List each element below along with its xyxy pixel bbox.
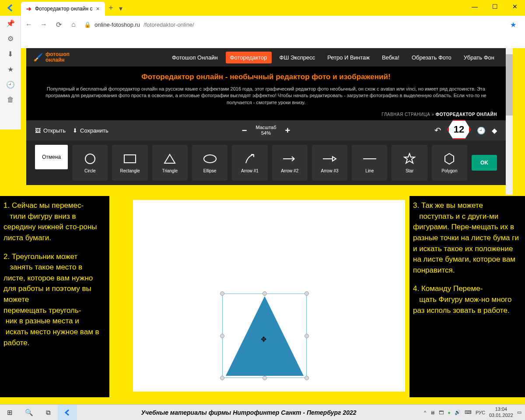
breadcrumb-sep: » (431, 112, 434, 117)
badge-number: 12 (454, 124, 464, 135)
nav-webcam[interactable]: Вебка! (378, 52, 404, 63)
new-tab-button[interactable]: + (105, 4, 117, 13)
site-nav: Фотошоп Онлайн Фоторедактор ФШ Экспресс … (168, 52, 499, 63)
shape-arrow1[interactable]: Arrow #1 (232, 145, 267, 181)
selection-handle[interactable] (262, 376, 267, 380)
shape-circle[interactable]: Circle (72, 145, 108, 181)
clock-date: 03.01.2022 (489, 413, 513, 418)
gear-icon[interactable]: ⚙ (7, 35, 14, 43)
download-icon[interactable]: ⬇ (7, 50, 13, 58)
selection-handle[interactable] (262, 291, 267, 296)
arrow3-icon (322, 153, 337, 165)
image-icon: 🖼 (35, 127, 41, 134)
selection-handle[interactable] (220, 334, 224, 338)
undo-button[interactable]: ↶ (434, 126, 441, 135)
ok-button[interactable]: OK (472, 155, 497, 171)
shape-arrow3[interactable]: Arrow #3 (312, 145, 347, 181)
shape-label: Circle (84, 168, 96, 173)
shape-arrow2[interactable]: Arrow #2 (272, 145, 308, 181)
url-host: online-fotoshop.ru (94, 21, 140, 28)
history-icon[interactable]: 🕘 (6, 80, 15, 89)
shape-rectangle[interactable]: Rectangle (112, 145, 147, 181)
trash-icon[interactable]: 🗑 (7, 96, 14, 104)
url-path: /fotoredaktor-online/ (144, 21, 194, 28)
shape-triangle[interactable]: Triangle (152, 145, 188, 181)
tutorial-step-1: 1. Сейчас мы перемес- тили фигуру вниз в… (4, 200, 106, 244)
zoom-in-button[interactable]: + (285, 126, 290, 136)
close-button[interactable]: ✕ (505, 0, 525, 13)
selection-handle[interactable] (220, 376, 224, 380)
tray-keyboard-icon[interactable]: ⌨ (465, 410, 472, 415)
taskbar-app[interactable] (58, 405, 77, 420)
reload-button[interactable]: ⟳ (54, 21, 63, 29)
tray-security-icon[interactable]: ● (448, 410, 451, 415)
cancel-button[interactable]: Отмена (35, 145, 68, 169)
editor-canvas[interactable]: ✥ (133, 200, 405, 392)
home-button[interactable]: ⌂ (69, 21, 78, 28)
tray-battery-icon[interactable]: 🗔 (439, 410, 444, 415)
zoom-controls: − Масштаб 54% + (242, 125, 290, 136)
maximize-button[interactable]: ☐ (485, 0, 505, 13)
nav-fotoredaktor[interactable]: Фоторедактор (226, 52, 272, 63)
forward-button[interactable]: → (39, 21, 48, 28)
shape-line[interactable]: Line (352, 145, 387, 181)
shape-label: Ellipse (203, 168, 216, 173)
selection-handle[interactable] (304, 334, 309, 338)
photo-editor-app: 🖌️ фотошоп онлайн Фотошоп Онлайн Фоторед… (26, 48, 506, 185)
nav-express[interactable]: ФШ Экспресс (275, 52, 320, 63)
tray-volume-icon[interactable]: 🔊 (455, 410, 461, 415)
taskview-button[interactable]: ⧉ (38, 405, 58, 420)
window-titlebar: ➔ Фоторедактор онлайн с × + ▾ — ☐ ✕ (0, 0, 525, 16)
tray-lang[interactable]: РУС (476, 410, 485, 415)
browser-tab[interactable]: ➔ Фоторедактор онлайн с × (21, 2, 105, 16)
open-button[interactable]: 🖼Открыть (35, 127, 66, 134)
scrollbar-thumb[interactable] (506, 54, 513, 116)
shape-label: Rectangle (120, 168, 140, 173)
shape-polygon[interactable]: Polygon (432, 145, 467, 181)
history-button[interactable]: 🕘 (477, 126, 486, 135)
toolbar-right: ↶ 12 🕘 ◆ (434, 120, 497, 141)
address-bar: ← → ⟳ ⌂ 🔒 online-fotoshop.ru/fotoredakto… (21, 16, 525, 33)
layers-button[interactable]: ◆ (492, 126, 497, 135)
minimize-button[interactable]: — (465, 0, 485, 13)
site-logo[interactable]: 🖌️ фотошоп онлайн (33, 52, 70, 63)
zoom-out-button[interactable]: − (242, 126, 247, 136)
breadcrumb: ГЛАВНАЯ СТРАНИЦА » ФОТОРЕДАКТОР ОНЛАЙН (26, 110, 506, 120)
nav-crop[interactable]: Обрезать Фото (407, 52, 456, 63)
zoom-value: 54% (256, 130, 276, 136)
shape-label: Star (406, 168, 413, 173)
nav-photoshop-online[interactable]: Фотошоп Онлайн (168, 52, 222, 63)
nav-retro[interactable]: Ретро И Винтаж (323, 52, 374, 63)
back-button[interactable]: ← (24, 21, 33, 28)
selection-handle[interactable] (304, 291, 309, 296)
url-field[interactable]: 🔒 online-fotoshop.ru/fotoredaktor-online… (84, 21, 504, 28)
shape-label: Arrow #3 (321, 168, 338, 173)
tab-close-icon[interactable]: × (96, 5, 99, 12)
nav-removebg[interactable]: Убрать Фон (459, 52, 499, 63)
bookmark-star-icon[interactable]: ★ (510, 21, 516, 29)
tabs-menu-chevron-icon[interactable]: ▾ (119, 4, 122, 13)
tray-notifications-icon[interactable]: ▭ (517, 410, 522, 415)
svg-rect-1 (124, 155, 136, 163)
editor-toolbar: 🖼Открыть ⬇Сохранить − Масштаб 54% + ↶ 12… (26, 120, 506, 140)
shape-star[interactable]: Star (392, 145, 427, 181)
star-icon[interactable]: ★ (7, 65, 14, 74)
taskbar-caption: Учебные материалы фирмы Нитрофинтер Санк… (77, 409, 420, 416)
pin-icon[interactable]: 📌 (6, 19, 15, 28)
shape-ellipse[interactable]: Ellipse (192, 145, 228, 181)
search-button[interactable]: 🔍 (19, 405, 38, 420)
tray-clock[interactable]: 13:04 03.01.2022 (489, 406, 513, 418)
tutorial-step-2: 2. Треугольник может занять такое место … (4, 252, 106, 349)
triangle-icon (164, 153, 176, 165)
breadcrumb-home[interactable]: ГЛАВНАЯ СТРАНИЦА (382, 112, 430, 117)
tray-monitor-icon[interactable]: 🖥 (430, 410, 435, 415)
selection-handle[interactable] (220, 291, 224, 296)
start-button[interactable]: ⊞ (0, 405, 19, 420)
save-button[interactable]: ⬇Сохранить (73, 127, 108, 134)
window-controls: — ☐ ✕ (465, 0, 525, 13)
shape-label: Arrow #2 (281, 168, 298, 173)
tutorial-overlay-left: 1. Сейчас мы перемес- тили фигуру вниз в… (0, 196, 109, 397)
tray-chevron-icon[interactable]: ^ (424, 410, 426, 415)
selection-handle[interactable] (304, 376, 309, 380)
page-scrollbar[interactable] (506, 48, 513, 195)
